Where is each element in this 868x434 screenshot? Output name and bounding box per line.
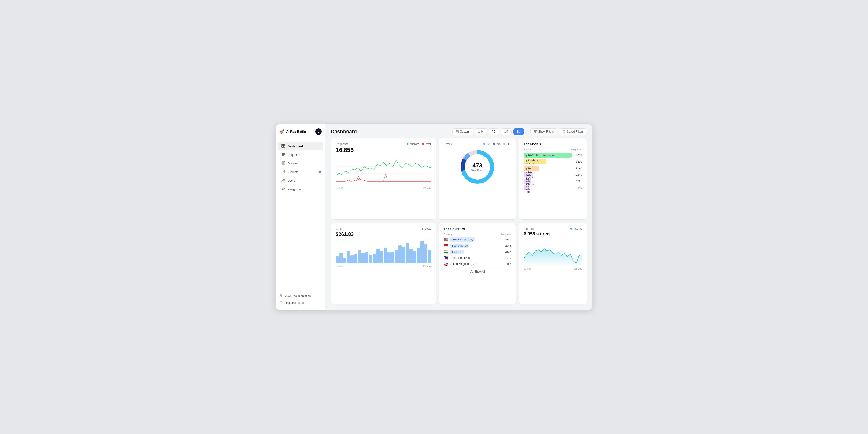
help-support-link[interactable]: Help and support — [276, 299, 325, 306]
costs-date-start: 22 Feb — [336, 265, 343, 267]
sidebar-nav: Dashboard Requests Datasets Prompts — [276, 139, 325, 290]
top-models-card: Top Models Name Requests gpt-4-1106-visi… — [519, 138, 587, 220]
model-bar: gpt-4 — [524, 166, 539, 171]
view-documentation-link[interactable]: View Documentation — [276, 293, 325, 299]
models-col-name: Name — [524, 148, 531, 151]
costs-legend: costs — [422, 227, 431, 230]
show-filters-label: Show Filters — [538, 130, 554, 133]
errors-total: 473 — [471, 162, 484, 169]
requests-chart-area: 22 Feb 23 May — [336, 155, 431, 189]
sidebar-item-label: Requests — [287, 153, 300, 156]
main-content: Dashboard Custom 24H 7D 1M 3M — [326, 124, 592, 310]
country-count: 2948 — [505, 244, 511, 247]
country-name: Philippines (PH) — [450, 256, 470, 259]
e400-dot — [483, 143, 485, 145]
bar — [358, 250, 361, 263]
latency-dot — [570, 228, 572, 230]
error-dot — [422, 143, 424, 145]
costs-card: Costs costs $261.83 — [331, 223, 436, 305]
svg-line-34 — [471, 270, 473, 271]
requests-icon — [281, 153, 285, 157]
datasets-icon — [281, 161, 285, 166]
model-row: gpt-4-vision-preview 3210 — [524, 159, 582, 164]
playground-icon — [281, 187, 285, 191]
costs-dates: 22 Feb 23 May — [336, 265, 431, 267]
models-table-header: Name Requests — [524, 148, 582, 151]
prompts-icon — [281, 170, 285, 174]
filter-controls: Custom 24H 7D 1M 3M Show Filters — [452, 128, 587, 135]
svg-point-15 — [284, 179, 285, 180]
7d-button[interactable]: 7D — [489, 128, 499, 135]
sidebar-item-playground[interactable]: Playground — [278, 185, 323, 193]
error-legend: error — [422, 143, 431, 145]
svg-rect-7 — [282, 162, 285, 162]
country-count: 4389 — [505, 238, 511, 241]
svg-rect-0 — [282, 144, 283, 146]
dashboard-grid: Requests success error 16,856 — [326, 138, 592, 310]
show-filters-button[interactable]: Show Filters — [530, 128, 557, 135]
bar — [339, 253, 342, 263]
bar — [380, 251, 383, 263]
bar — [417, 248, 420, 263]
show-all-button[interactable]: Show All — [444, 268, 511, 275]
e500-dot — [503, 143, 505, 145]
e401-dot — [493, 143, 495, 145]
country-pill: India (IN) — [450, 250, 464, 254]
country-row: 🇺🇸 United States (US) 4389 — [444, 237, 511, 242]
3m-button[interactable]: 3M — [513, 128, 524, 135]
sidebar-item-prompts[interactable]: Prompts — [278, 168, 323, 176]
costs-dot — [422, 228, 423, 230]
requests-chart — [336, 155, 431, 185]
top-models-title: Top Models — [524, 142, 582, 146]
costs-date-end: 23 May — [423, 265, 431, 267]
sidebar-item-requests[interactable]: Requests — [278, 151, 323, 159]
latency-dates: 22 Feb 23 May — [524, 267, 582, 270]
country-row: 🇮🇳 India (IN) 2317 — [444, 250, 511, 254]
model-count: 849 — [574, 186, 582, 190]
bar — [373, 254, 376, 263]
requests-card: Requests success error 16,856 — [331, 138, 436, 220]
latency-legend: latency — [570, 227, 582, 230]
svg-rect-8 — [282, 163, 285, 163]
requests-date-end: 23 May — [423, 186, 431, 189]
bar — [336, 257, 339, 263]
costs-title: Costs — [336, 227, 343, 230]
sidebar-item-dashboard[interactable]: Dashboard — [278, 142, 323, 150]
country-flag-name: 🇬🇧 United Kingdom (GB) — [444, 262, 476, 266]
country-row: 🇵🇭 Philippines (PH) 1919 — [444, 256, 511, 260]
sidebar: 🚀 AI Rap Battle L Dashboard Requests — [276, 124, 326, 310]
support-label: Help and support — [285, 301, 306, 305]
show-all-label: Show All — [474, 270, 485, 273]
bar — [362, 253, 365, 263]
model-bar-wrap: gpt-4 — [524, 166, 572, 171]
bar — [402, 247, 405, 263]
1m-button[interactable]: 1M — [501, 128, 512, 135]
sidebar-brand: 🚀 AI Rap Battle — [279, 129, 306, 134]
sidebar-item-label: Datasets — [287, 162, 299, 165]
3m-label: 3M — [517, 130, 521, 133]
bar — [413, 251, 416, 263]
custom-time-button[interactable]: Custom — [452, 128, 473, 135]
latency-legend-item: latency — [570, 227, 582, 230]
sidebar-item-users[interactable]: Users — [278, 176, 323, 185]
latency-chart-area: 22 Feb 23 May — [524, 238, 582, 270]
costs-bar-chart — [336, 241, 431, 264]
svg-point-14 — [282, 179, 283, 180]
saved-filters-label: Saved Filters — [567, 130, 583, 133]
errors-card-header: Errors 400 401 500 — [444, 142, 511, 146]
bar — [350, 255, 353, 263]
saved-filters-button[interactable]: Saved Filters — [559, 128, 587, 135]
latency-card-header: Latency latency — [524, 227, 582, 230]
bar — [354, 254, 358, 263]
avatar: L — [315, 128, 322, 135]
requests-dates: 22 Feb 23 May — [336, 186, 431, 189]
latency-card: Latency latency 6.058 s / req — [519, 223, 587, 305]
sidebar-item-datasets[interactable]: Datasets — [278, 159, 323, 168]
country-row: 🇬🇧 United Kingdom (GB) 1197 — [444, 262, 511, 266]
country-row: 🇮🇩 Indonesia (ID) 2948 — [444, 243, 511, 248]
svg-rect-1 — [283, 144, 285, 146]
flag-us: 🇺🇸 — [444, 237, 448, 242]
24h-button[interactable]: 24H — [475, 128, 487, 135]
custom-btn-label: Custom — [460, 130, 470, 133]
svg-rect-4 — [282, 153, 285, 154]
